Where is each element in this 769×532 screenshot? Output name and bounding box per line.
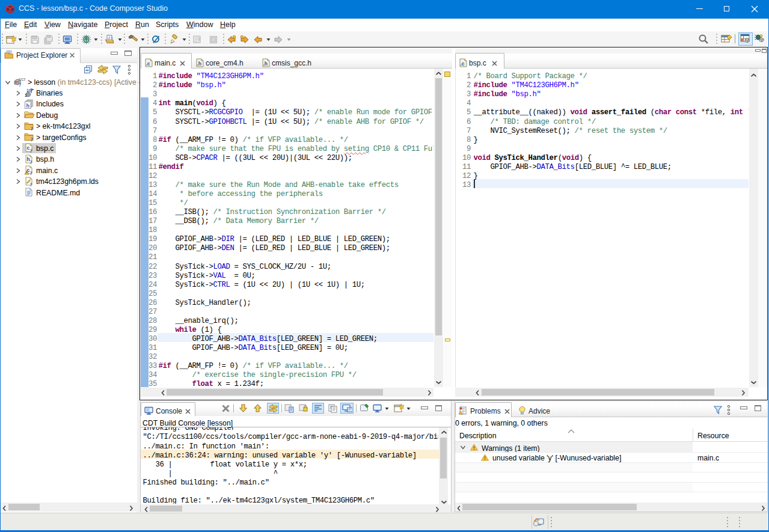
svg-text:?: ? (31, 125, 34, 130)
svg-text:10: 10 (26, 88, 31, 93)
svg-text:h: h (26, 102, 30, 108)
svg-text:.c: .c (146, 60, 150, 66)
svg-text:.c: .c (461, 60, 465, 66)
svg-text:?: ? (30, 148, 32, 153)
svg-text:.h: .h (263, 60, 268, 66)
svg-text:?: ? (31, 136, 34, 142)
svg-text:?: ? (30, 171, 32, 176)
svg-text:1: 1 (25, 93, 27, 97)
svg-text:?: ? (30, 159, 32, 164)
svg-text:?: ? (30, 182, 32, 186)
svg-text:.h: .h (197, 60, 202, 66)
svg-text:?: ? (19, 82, 22, 87)
